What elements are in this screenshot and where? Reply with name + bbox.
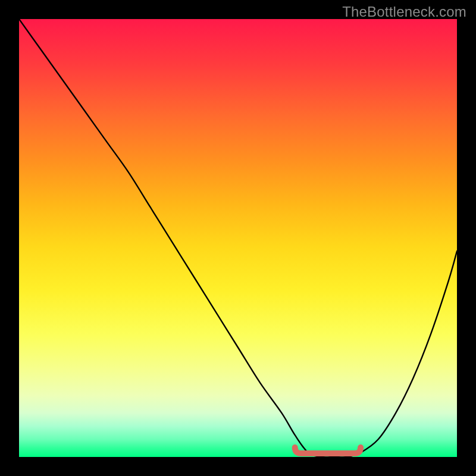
chart-svg: [19, 19, 457, 457]
bottleneck-curve: [19, 19, 457, 457]
chart-frame: TheBottleneck.com: [0, 0, 476, 476]
watermark-text: TheBottleneck.com: [342, 4, 466, 20]
chart-plot-area: [19, 19, 457, 457]
